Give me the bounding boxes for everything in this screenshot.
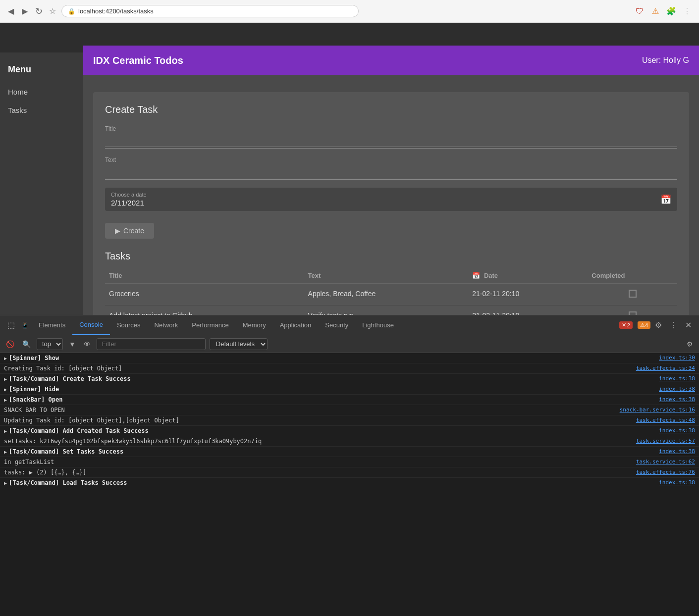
- sidebar-item-tasks[interactable]: Tasks: [0, 101, 83, 119]
- expand-icon[interactable]: ▶: [4, 376, 7, 382]
- console-source-link[interactable]: snack-bar.service.ts:16: [620, 407, 695, 413]
- extension-alert-icon[interactable]: ⚠: [649, 5, 661, 17]
- console-line-content: ▶[Task/Command] Load Tasks Success: [4, 479, 651, 486]
- eye-icon[interactable]: 👁: [82, 338, 93, 350]
- console-line: setTasks: k2t6wyfsu4pg102bfspek3wky5l6sb…: [0, 436, 699, 447]
- console-text: setTasks: k2t6wyfsu4pg102bfspek3wky5l6sb…: [4, 438, 262, 445]
- console-output[interactable]: ▶[Spinner] Showindex.ts:30Creating Task …: [0, 353, 699, 616]
- tab-console[interactable]: Console: [72, 315, 110, 335]
- tasks-section: Tasks Title Text 📅 Date Completed: [105, 251, 677, 315]
- title-input[interactable]: [105, 134, 677, 147]
- warn-count: 4: [645, 322, 648, 328]
- console-source-link[interactable]: index.ts:38: [659, 448, 695, 455]
- console-line: SNACK BAR TO OPENsnack-bar.service.ts:16: [0, 405, 699, 415]
- console-line-content: Updating Task id: [object Object],[objec…: [4, 417, 628, 424]
- levels-selector[interactable]: Default levels: [210, 338, 268, 350]
- tab-security[interactable]: Security: [318, 315, 355, 335]
- console-settings-icon[interactable]: ⚙: [685, 338, 695, 350]
- tab-network[interactable]: Network: [148, 315, 185, 335]
- create-button[interactable]: ▶ Create: [105, 223, 154, 239]
- app-title: IDX Ceramic Todos: [93, 55, 183, 66]
- col-title-header: Title: [105, 268, 304, 284]
- col-completed-header: Completed: [588, 268, 677, 284]
- console-line-content: in getTaskList: [4, 459, 628, 465]
- console-line: ▶[SnackBar] Openindex.ts:38: [0, 395, 699, 405]
- console-source-link[interactable]: index.ts:38: [659, 386, 695, 392]
- console-source-link[interactable]: task.effects.ts:76: [636, 469, 695, 475]
- close-devtools-icon[interactable]: ✕: [681, 318, 695, 332]
- clear-console-icon[interactable]: 🚫: [4, 338, 16, 350]
- task-completed-cell: [588, 284, 677, 306]
- expand-icon[interactable]: ▶: [4, 397, 7, 403]
- console-source-link[interactable]: index.ts:38: [659, 375, 695, 382]
- console-source-link[interactable]: task.service.ts:57: [636, 438, 695, 444]
- console-line: in getTaskListtask.service.ts:62: [0, 457, 699, 467]
- error-count: 2: [627, 322, 630, 328]
- tab-lighthouse[interactable]: Lighthouse: [355, 315, 401, 335]
- address-bar[interactable]: 🔒 localhost:4200/tasks/tasks: [61, 5, 359, 17]
- brave-shield-icon[interactable]: 🛡: [634, 5, 645, 17]
- tab-application[interactable]: Application: [273, 315, 319, 335]
- devtools-panel: ⬚ 📱 Elements Console Sources Network Per…: [0, 315, 699, 616]
- date-picker[interactable]: Choose a date 2/11/2021 📅: [105, 188, 677, 211]
- reload-button[interactable]: ↻: [34, 6, 44, 16]
- col-date-header: 📅 Date: [468, 268, 588, 284]
- task-completed-checkbox[interactable]: [629, 311, 637, 315]
- tab-performance[interactable]: Performance: [185, 315, 235, 335]
- console-line-content: ▶[Task/Command] Create Task Success: [4, 375, 651, 382]
- console-source-link[interactable]: task.service.ts:62: [636, 459, 695, 465]
- tab-sources[interactable]: Sources: [110, 315, 148, 335]
- date-icon: 📅: [472, 272, 480, 279]
- console-source-link[interactable]: index.ts:38: [659, 396, 695, 403]
- menu-icon[interactable]: ⋮: [681, 5, 693, 17]
- filter-input[interactable]: [97, 338, 206, 350]
- expand-icon[interactable]: ▶: [4, 449, 7, 455]
- title-label: Title: [105, 125, 677, 132]
- settings-icon[interactable]: ⚙: [651, 318, 665, 332]
- console-source-link[interactable]: task.effects.ts:48: [636, 417, 695, 423]
- extensions-icon[interactable]: 🧩: [665, 5, 677, 17]
- console-source-link[interactable]: index.ts:38: [659, 479, 695, 486]
- title-field: Title: [105, 125, 677, 149]
- warn-badge: ⚠ 4: [638, 321, 650, 329]
- console-line: ▶[Task/Command] Load Tasks Successindex.…: [0, 478, 699, 488]
- play-icon: ▶: [115, 227, 120, 235]
- filter-icon[interactable]: 🔍: [20, 338, 33, 350]
- inspect-element-icon[interactable]: ⬚: [4, 318, 18, 332]
- tab-elements[interactable]: Elements: [32, 315, 72, 335]
- expand-icon[interactable]: ▶: [4, 387, 7, 392]
- forward-button[interactable]: ▶: [20, 6, 30, 16]
- task-text-cell: Apples, Bread, Coffee: [304, 284, 469, 306]
- expand-icon[interactable]: ▶: [4, 428, 7, 434]
- console-bold-text: [Task/Command] Load Tasks Success: [9, 479, 127, 486]
- more-options-icon[interactable]: ⋮: [666, 318, 680, 332]
- console-source-link[interactable]: index.ts:38: [659, 427, 695, 434]
- console-source-link[interactable]: task.effects.ts:34: [636, 365, 695, 371]
- console-text: SNACK BAR TO OPEN: [4, 407, 65, 413]
- console-line-content: Creating Task id: [object Object]: [4, 365, 628, 372]
- context-selector[interactable]: top: [37, 338, 63, 350]
- chevron-down-icon[interactable]: ▼: [67, 338, 78, 350]
- bookmark-button[interactable]: ☆: [48, 6, 57, 16]
- expand-icon[interactable]: ▶: [4, 480, 7, 486]
- devtools-tab-bar: ⬚ 📱 Elements Console Sources Network Per…: [0, 315, 699, 335]
- tasks-title: Tasks: [105, 251, 677, 262]
- back-button[interactable]: ◀: [6, 6, 16, 16]
- task-title-cell: Add latest project to Github: [105, 306, 304, 315]
- expand-icon[interactable]: ▶: [4, 356, 7, 361]
- console-text: tasks: ▶ (2) [{…}, {…}]: [4, 469, 86, 476]
- sidebar: Menu Home Tasks: [0, 52, 83, 315]
- console-line: Creating Task id: [object Object]task.ef…: [0, 363, 699, 374]
- console-line-content: tasks: ▶ (2) [{…}, {…}]: [4, 469, 628, 476]
- tab-memory[interactable]: Memory: [236, 315, 273, 335]
- task-completed-checkbox[interactable]: [629, 290, 637, 298]
- console-bold-text: [Spinner] Hide: [9, 386, 59, 393]
- device-mode-icon[interactable]: 📱: [18, 318, 32, 332]
- text-input[interactable]: [105, 165, 677, 178]
- console-source-link[interactable]: index.ts:30: [659, 355, 695, 361]
- user-info: User: Holly G: [642, 56, 689, 65]
- sidebar-item-home[interactable]: Home: [0, 83, 83, 101]
- console-line: tasks: ▶ (2) [{…}, {…}]task.effects.ts:7…: [0, 467, 699, 478]
- console-bold-text: [Task/Command] Add Created Task Success: [9, 427, 149, 434]
- console-toolbar: 🚫 🔍 top ▼ 👁 Default levels ⚙: [0, 335, 699, 353]
